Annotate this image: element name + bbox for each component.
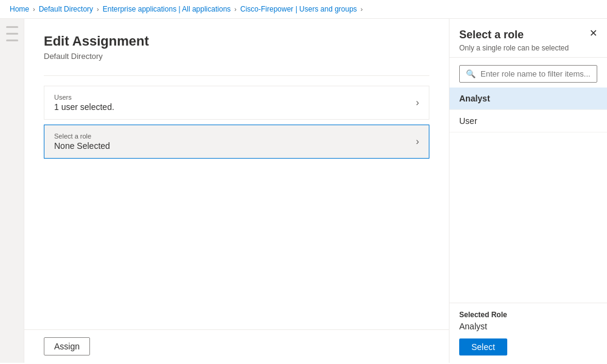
breadcrumb-sep-4: ›	[361, 5, 363, 13]
search-input[interactable]	[480, 69, 591, 78]
search-icon: 🔍	[466, 69, 476, 78]
selected-role-section: Selected Role Analyst Select	[449, 303, 607, 363]
page-title: Edit Assignment	[44, 33, 429, 49]
form-divider	[44, 75, 429, 76]
search-box[interactable]: 🔍	[459, 65, 597, 83]
left-panel: Edit Assignment Default Directory Users …	[24, 19, 449, 363]
assign-button[interactable]: Assign	[44, 337, 90, 355]
breadcrumb-home[interactable]: Home	[10, 5, 29, 13]
selected-role-value: Analyst	[459, 321, 597, 331]
role-item-user[interactable]: User	[449, 110, 607, 132]
role-chevron-icon: ›	[416, 136, 419, 147]
users-value: 1 user selected.	[54, 102, 114, 112]
users-row[interactable]: Users 1 user selected. ›	[44, 86, 429, 119]
breadcrumb: Home › Default Directory › Enterprise ap…	[0, 0, 607, 19]
users-section: Users 1 user selected. ›	[44, 86, 429, 120]
right-panel-title: Select a role	[459, 29, 524, 41]
breadcrumb-sep-1: ›	[33, 5, 35, 13]
selected-role-label: Selected Role	[459, 311, 597, 319]
breadcrumb-sep-3: ›	[234, 5, 237, 13]
right-panel-subtitle: Only a single role can be selected	[459, 44, 597, 52]
role-item-analyst[interactable]: Analyst	[449, 88, 607, 110]
right-panel: Select a role ✕ Only a single role can b…	[449, 19, 607, 363]
right-panel-header: Select a role ✕ Only a single role can b…	[449, 19, 607, 58]
sidebar-line-3	[6, 39, 18, 41]
role-content: Select a role None Selected	[54, 132, 110, 151]
right-panel-title-row: Select a role ✕	[459, 29, 597, 41]
sidebar-line-1	[6, 26, 18, 28]
role-section: Select a role None Selected ›	[44, 125, 429, 159]
breadcrumb-enterprise-apps[interactable]: Enterprise applications | All applicatio…	[103, 5, 231, 13]
users-content: Users 1 user selected.	[54, 94, 114, 112]
page-subtitle: Default Directory	[44, 52, 429, 61]
breadcrumb-sep-2: ›	[97, 5, 99, 13]
users-chevron-icon: ›	[416, 97, 419, 108]
sidebar	[0, 19, 24, 363]
role-row[interactable]: Select a role None Selected ›	[44, 125, 429, 158]
role-label: Select a role	[54, 132, 110, 140]
users-label: Users	[54, 94, 114, 101]
select-button[interactable]: Select	[459, 338, 507, 355]
role-list: Analyst User	[449, 88, 607, 303]
sidebar-line-2	[6, 33, 18, 35]
breadcrumb-default-directory[interactable]: Default Directory	[39, 5, 93, 13]
close-button[interactable]: ✕	[589, 29, 597, 38]
bottom-bar: Assign	[24, 329, 449, 363]
breadcrumb-cisco-firepower[interactable]: Cisco-Firepower | Users and groups	[240, 5, 357, 13]
role-value: None Selected	[54, 141, 110, 151]
